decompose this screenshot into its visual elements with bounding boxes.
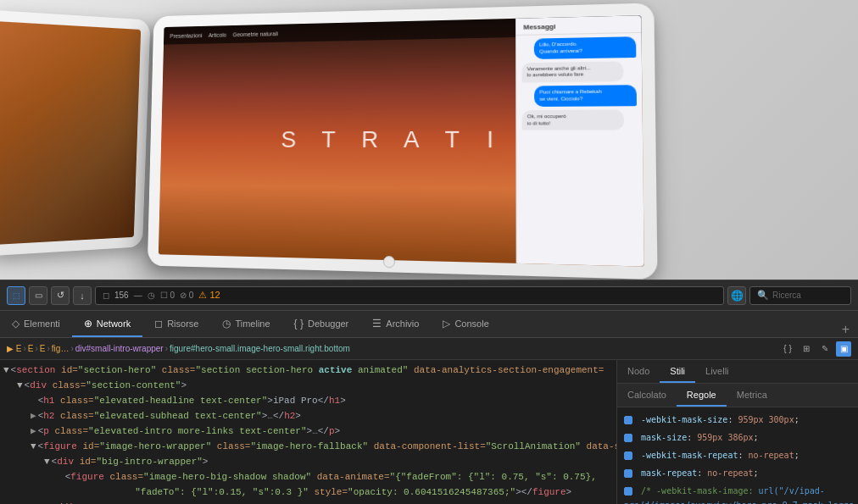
refresh-button[interactable]: ↺ (51, 286, 70, 305)
style-rule-3[interactable]: -webkit-mask-repeat: no-repeat; (617, 446, 858, 464)
tab-metrica[interactable]: Metrica (727, 385, 777, 407)
risorse-icon: ◻ (154, 318, 163, 330)
page-count: 156 (114, 291, 129, 300)
archivio-icon: ☰ (372, 318, 382, 330)
search-box[interactable]: 🔍 Ricerca (749, 286, 851, 305)
ipad-left-device (0, 9, 150, 257)
ipad-left-screen (0, 21, 141, 245)
tab-elementi-label: Elementi (24, 318, 60, 329)
address-bar[interactable]: ◻ 156 — ◷ ☐ 0 ⊘ 0 ⚠ 12 (95, 286, 724, 305)
msg-bubble-4: Ok, mi occuperòio di tutto! (522, 109, 625, 130)
styles-sub-tabs: Calcolato Regole Metrica (617, 384, 858, 407)
expand-arrow-5[interactable]: ▶ (31, 424, 36, 440)
rule-checkbox-5[interactable] (624, 487, 632, 496)
styles-rules-content: -webkit-mask-size: 959px 300px; mask-siz… (617, 407, 858, 504)
styles-top-tabs: Nodo Stili Livelli (617, 360, 858, 384)
code-line-1[interactable]: ▼ <section id="section-hero" class="sect… (0, 363, 616, 379)
ipad-main-device: Presentazioni Articolo Geometrie natural… (148, 3, 658, 280)
code-panel: ▼ <section id="section-hero" class="sect… (0, 360, 616, 504)
breadcrumb-item-3[interactable]: E (40, 344, 46, 353)
tab-nodo[interactable]: Nodo (617, 361, 660, 383)
code-icon-button[interactable]: { } (780, 341, 795, 357)
breadcrumb-item-fig[interactable]: fig… (52, 344, 70, 353)
tab-elementi[interactable]: ◇ Elementi (0, 312, 72, 337)
msg-bubble-1: Lillo, D'accordo.Quando arriverai? (534, 36, 636, 58)
devtools-tab-bar: ◇ Elementi ⊕ Network ◻ Risorse ◷ Timelin… (0, 311, 858, 338)
tab-console[interactable]: ▷ Console (431, 312, 500, 337)
nav-item-1: Presentazioni (170, 32, 202, 38)
tab-network[interactable]: ⊕ Network (72, 312, 142, 337)
node-icon-button[interactable]: ▣ (836, 341, 851, 357)
home-button[interactable] (383, 256, 395, 269)
tab-timeline-label: Timeline (235, 318, 270, 329)
tab-calcolato[interactable]: Calcolato (617, 385, 677, 407)
download-icon: ↓ (80, 291, 85, 301)
devtools-content-area: ▼ <section id="section-hero" class="sect… (0, 360, 858, 504)
inspector-toggle-button[interactable]: ⬚ (7, 286, 25, 305)
refresh-icon: ↺ (57, 290, 64, 301)
tab-livelli-label: Livelli (705, 366, 729, 376)
tab-archivio-label: Archivio (386, 318, 419, 329)
ipad-main-screen: Presentazioni Articolo Geometrie natural… (159, 15, 644, 266)
tab-network-label: Network (97, 318, 131, 329)
tab-stili[interactable]: Stili (660, 361, 695, 383)
tab-risorse[interactable]: ◻ Risorse (142, 312, 210, 337)
timeline-icon: ◷ (222, 318, 231, 330)
code-line-7[interactable]: ▼ <div id="big-intro-wrapper"> (0, 455, 616, 470)
style-rule-5[interactable]: /* -webkit-mask-image: url("/v/ipad-pro/… (617, 482, 858, 504)
rule-checkbox-3[interactable] (624, 451, 632, 460)
styles-panel: Nodo Stili Livelli Calcolato Regole Me (616, 360, 858, 504)
elementi-icon: ◇ (12, 318, 20, 330)
code-line-4[interactable]: ▶ <h2 class="elevated-subhead text-cente… (0, 409, 616, 424)
msg-bubble-2: Veramente anche gli altri...lo avrebbero… (521, 61, 623, 83)
ipad-main-body: Presentazioni Articolo Geometrie natural… (148, 3, 658, 280)
breadcrumb-action-buttons: { } ⊞ ✎ ▣ (780, 341, 851, 357)
console-icon: ▷ (443, 318, 450, 330)
add-tab-button[interactable]: + (833, 322, 858, 337)
breadcrumb: ▶ E › E › E › fig… › div#small-intro-wra… (0, 338, 858, 360)
code-line-8b[interactable]: "fadeTo": {"l":0.15, "s":0.3 }" style="o… (0, 485, 616, 501)
code-line-6[interactable]: ▼ <figure id="image-hero-wrapper" class=… (0, 440, 616, 455)
tab-nodo-label: Nodo (627, 366, 649, 376)
msg-bubble-3: Puoi chiamare a Rebekahse vieni, Cicciol… (534, 85, 637, 106)
code-line-9[interactable]: ▶ </div> (0, 501, 616, 504)
code-line-5[interactable]: ▶ <p class="elevated-intro more-links te… (0, 424, 616, 440)
strati-heading: S T R A T I (281, 126, 504, 154)
tab-regole[interactable]: Regole (677, 385, 727, 407)
panel-toggle-button[interactable]: ▭ (29, 286, 47, 305)
expand-arrow-1[interactable]: ▼ (3, 363, 9, 379)
messages-header: Messaggi (516, 15, 641, 36)
expand-arrow-6[interactable]: ▼ (31, 440, 36, 455)
code-line-3[interactable]: ▶ <h1 class="elevated-headline text-cent… (0, 394, 616, 409)
style-rule-1[interactable]: -webkit-mask-size: 959px 300px; (617, 411, 858, 429)
tab-debugger[interactable]: { } Debugger (282, 312, 361, 337)
tab-debugger-label: Debugger (308, 318, 348, 329)
edit-icon-button[interactable]: ✎ (817, 341, 833, 357)
expand-arrow-2[interactable]: ▼ (17, 379, 23, 394)
tab-risorse-label: Risorse (167, 318, 198, 329)
download-button[interactable]: ↓ (73, 286, 92, 305)
rule-checkbox-2[interactable] (624, 434, 632, 442)
style-rule-2[interactable]: mask-size: 959px 386px; (617, 429, 858, 446)
tab-calcolato-label: Calcolato (627, 390, 666, 400)
grid-icon-button[interactable]: ⊞ (799, 341, 814, 357)
breadcrumb-item-div[interactable]: div#small-intro-wrapper (75, 344, 164, 353)
breadcrumb-item-1[interactable]: ▶ E (7, 344, 21, 353)
warning-badge: ⚠ 12 (198, 290, 220, 301)
style-rule-4[interactable]: mask-repeat: no-repeat; (617, 464, 858, 482)
expand-arrow-7[interactable]: ▼ (44, 455, 50, 470)
expand-arrow-4[interactable]: ▶ (31, 409, 36, 424)
code-line-8[interactable]: ▶ <figure class="image-hero-big-shadow s… (0, 470, 616, 485)
breadcrumb-item-figure[interactable]: figure#hero-small.image-hero-small.right… (170, 344, 350, 353)
rule-checkbox-4[interactable] (624, 469, 632, 478)
tab-timeline[interactable]: ◷ Timeline (210, 312, 281, 337)
screen-content: Presentazioni Articolo Geometrie natural… (159, 15, 644, 266)
globe-icon: 🌐 (731, 290, 744, 302)
tab-livelli[interactable]: Livelli (695, 361, 739, 383)
code-line-2[interactable]: ▼ <div class="section-content"> (0, 379, 616, 394)
globe-button[interactable]: 🌐 (727, 286, 746, 305)
breadcrumb-item-2[interactable]: E (28, 344, 34, 353)
tab-archivio[interactable]: ☰ Archivio (360, 312, 431, 337)
rule-checkbox-1[interactable] (624, 416, 632, 424)
messages-panel: Messaggi Lillo, D'accordo.Quando arriver… (515, 15, 644, 266)
